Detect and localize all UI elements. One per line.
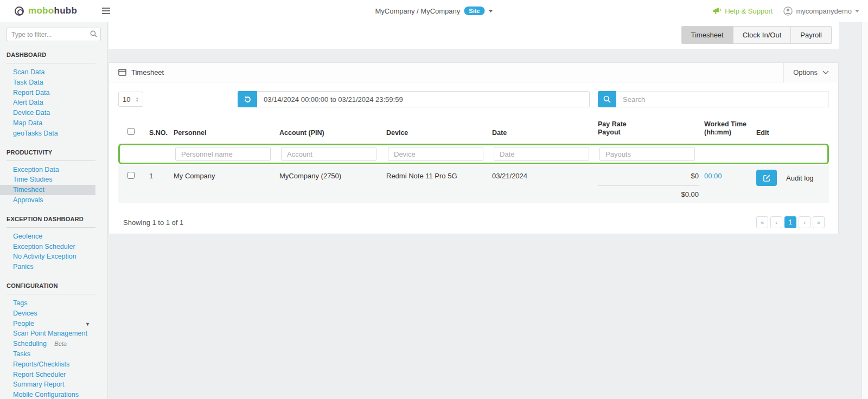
col-header-date: Date [492,129,598,137]
search-input[interactable] [616,91,829,107]
tab-clock-in-out[interactable]: Clock In/Out [733,27,792,43]
section-title: DASHBOARD [0,52,107,58]
filter-account-input[interactable] [281,147,376,161]
sidebar-item-device-data[interactable]: Device Data [0,108,95,118]
pagination-first-button[interactable]: « [756,216,768,228]
sidebar-section-dashboard: DASHBOARD Scan Data Task Data Report Dat… [0,52,107,139]
tab-timesheet[interactable]: Timesheet [682,27,733,43]
site-switcher[interactable]: MyCompany / MyCompany Site [375,0,493,22]
account-menu[interactable]: mycompanydemo [783,7,859,16]
sidebar: DASHBOARD Scan Data Task Data Report Dat… [0,22,108,399]
sidebar-item-tasks[interactable]: Tasks [0,349,95,359]
search-button[interactable] [598,91,616,107]
tab-payroll[interactable]: Payroll [791,27,831,43]
account-name: mycompanydemo [796,7,852,15]
refresh-button[interactable] [238,91,257,107]
timesheet-panel: Timesheet Options 10 ▲▼ [108,62,839,234]
sidebar-item-task-data[interactable]: Task Data [0,78,95,88]
filter-payouts-input[interactable] [599,147,695,161]
date-range-input[interactable] [257,91,590,107]
panel-header: Timesheet Options [109,63,838,82]
page-scrollbar[interactable] [861,22,868,399]
sidebar-item-report-data[interactable]: Report Data [0,88,95,98]
chevron-down-icon [855,10,859,12]
sidebar-item-tags[interactable]: Tags [0,298,95,308]
toolbar: 10 ▲▼ [109,82,838,112]
table-footer: Showing 1 to 1 of 1 « ‹ 1 › » [118,216,829,228]
worked-time-link[interactable]: 00:00 [704,172,722,180]
brand-logo-icon [15,7,24,16]
site-badge: Site [464,7,484,15]
search-icon [603,95,611,103]
cell-edit: Audit log [754,170,829,186]
table-row: 1 My Company MyCompany (2750) Redmi Note… [118,165,829,203]
stepper-icon: ▲▼ [136,96,139,102]
sidebar-section-configuration: CONFIGURATION Tags Devices People ▼ Scan… [0,282,107,399]
section-title: PRODUCTIVITY [0,149,107,156]
cell-device: Redmi Note 11 Pro 5G [386,172,492,180]
sidebar-item-scan-point-management[interactable]: Scan Point Management [0,329,95,339]
sidebar-item-panics[interactable]: Panics [0,262,95,272]
header-right: Help & Support mycompanydemo [712,7,868,16]
sidebar-item-approvals[interactable]: Approvals [0,195,95,205]
col-header-device: Device [386,129,492,137]
sidebar-item-scan-data[interactable]: Scan Data [0,67,95,78]
sidebar-item-mobile-configurations[interactable]: Mobile Configurations [0,390,95,399]
sidebar-item-reports-checklists[interactable]: Reports/Checklists [0,359,95,370]
select-all-checkbox[interactable] [127,128,135,135]
sidebar-item-exception-scheduler[interactable]: Exception Scheduler [0,242,95,252]
sidebar-item-timesheet[interactable]: Timesheet [0,185,95,195]
cell-sno: 1 [149,172,174,180]
beta-badge: Beta [54,340,67,347]
tabs-strip: Timesheet Clock In/Out Payroll [108,22,839,49]
showing-count: Showing 1 to 1 of 1 [123,218,183,227]
filter-personnel-input[interactable] [175,147,271,161]
sidebar-item-people[interactable]: People ▼ [0,319,95,329]
top-header: mobohubb MyCompany / MyCompany Site Help… [0,0,868,22]
cell-personnel: My Company [174,172,279,180]
edit-button[interactable] [756,170,777,186]
table-header-row: S.NO. Personnel Account (PIN) Device Dat… [118,114,829,144]
pagination-page-1-button[interactable]: 1 [784,216,796,228]
pagination-last-button[interactable]: » [813,216,825,228]
sidebar-filter-input[interactable] [7,28,101,41]
sidebar-item-report-scheduler[interactable]: Report Scheduler [0,370,95,380]
col-header-account: Account (PIN) [279,129,386,137]
timesheet-panel-icon [118,69,126,76]
sidebar-item-devices[interactable]: Devices [0,308,95,319]
pagination-prev-button[interactable]: ‹ [770,216,782,228]
page-size-value: 10 [123,95,130,104]
row-select-checkbox[interactable] [127,172,135,179]
audit-log-link[interactable]: Audit log [786,174,814,182]
sidebar-item-scheduling[interactable]: Scheduling Beta [0,339,95,349]
sidebar-item-label: People [13,320,34,327]
sidebar-item-no-activity-exception[interactable]: No Activity Exception [0,252,95,262]
pay-rate-value: $0 [598,172,699,180]
brand-logo[interactable]: mobohubb [0,5,93,16]
divider [7,63,95,63]
chevron-down-icon: ▼ [85,320,90,329]
payout-total-value: $0.00 [598,190,699,203]
sidebar-filter [7,28,101,41]
sidebar-item-geofence[interactable]: Geofence [0,231,95,242]
filter-date-input[interactable] [494,147,589,161]
options-button[interactable]: Options [783,63,838,82]
pagination-next-button[interactable]: › [799,216,810,228]
cell-account: MyCompany (2750) [279,172,386,180]
col-header-worked-time: Worked Time (hh:mm) [704,120,754,137]
app-root: mobohubb MyCompany / MyCompany Site Help… [0,0,868,399]
col-header-personnel: Personnel [174,129,279,137]
sidebar-item-time-studies[interactable]: Time Studies [0,175,95,185]
date-range-group [238,91,590,107]
pagination: « ‹ 1 › » [756,216,825,228]
page-size-selector[interactable]: 10 ▲▼ [118,92,143,107]
sidebar-item-geotasks-data[interactable]: geoTasks Data [0,128,95,139]
help-support-link[interactable]: Help & Support [712,7,773,15]
hamburger-menu-icon[interactable] [102,4,115,17]
chevron-down-icon [488,10,493,12]
filter-device-input[interactable] [388,147,483,161]
sidebar-item-exception-data[interactable]: Exception Data [0,165,95,175]
sidebar-item-map-data[interactable]: Map Data [0,118,95,128]
sidebar-item-summary-report[interactable]: Summary Report [0,379,95,390]
sidebar-item-alert-data[interactable]: Alert Data [0,98,95,108]
